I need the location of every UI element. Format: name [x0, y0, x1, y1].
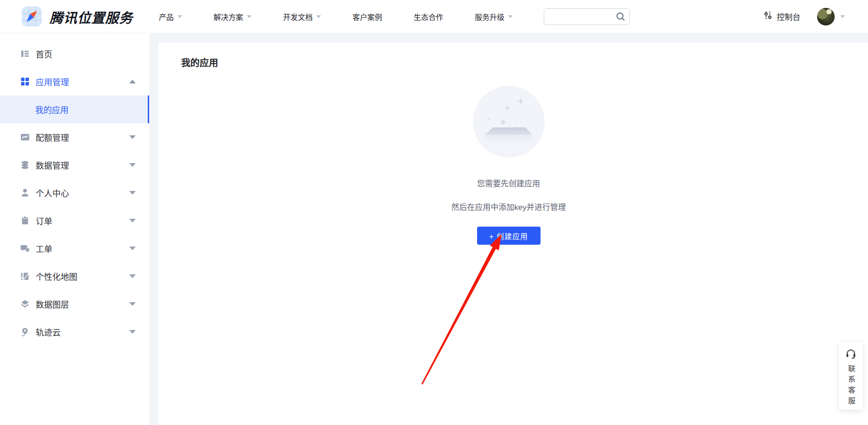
sidebar-item-personal[interactable]: 个人中心	[0, 179, 149, 207]
empty-box-illustration: +	[473, 86, 545, 158]
database-icon	[20, 160, 30, 170]
chevron-down-icon	[129, 191, 136, 195]
empty-state: + 您需要先创建应用 然后在应用中添加key并进行管理 + 创建应用	[411, 86, 606, 245]
nav-item-label: 客户案例	[352, 11, 382, 22]
empty-hint-line1: 您需要先创建应用	[411, 177, 606, 189]
nav-item-cases[interactable]: 客户案例	[352, 11, 382, 22]
sidebar-item-label: 订单	[36, 215, 52, 227]
brand-title: 腾讯位置服务	[50, 7, 133, 26]
header-search	[544, 8, 630, 25]
chevron-down-icon	[129, 163, 136, 167]
chevron-down-icon	[247, 15, 252, 18]
custom-map-icon	[20, 272, 30, 281]
nav-item-label: 开发文档	[283, 11, 313, 22]
sidebar-item-label: 数据图层	[36, 298, 69, 310]
nav-item-label: 生态合作	[414, 11, 443, 22]
headset-icon	[845, 348, 856, 361]
sidebar-item-label: 轨迹云	[36, 326, 61, 338]
nav-item-products[interactable]: 产品	[159, 11, 182, 22]
clipboard-icon	[20, 216, 30, 225]
home-list-icon	[20, 49, 30, 58]
sidebar-item-track-cloud[interactable]: 轨迹云	[0, 318, 149, 346]
sidebar-item-app-manage[interactable]: 应用管理	[0, 68, 149, 95]
console-label: 控制台	[777, 11, 800, 22]
nav-item-docs[interactable]: 开发文档	[283, 11, 321, 22]
sidebar-item-label: 个性化地图	[36, 270, 77, 282]
sidebar-item-label: 应用管理	[36, 76, 69, 88]
content-card: 我的应用 + 您需要先创建应用 然后在应用中添加key并进行管理 + 创建应用	[158, 43, 868, 425]
sidebar-item-data-layers[interactable]: 数据图层	[0, 290, 149, 318]
sidebar-item-custom-map[interactable]: 个性化地图	[0, 262, 149, 290]
sidebar-item-label: 配额管理	[36, 131, 69, 143]
track-pin-icon	[20, 327, 30, 336]
contact-support-label: 联系客服	[845, 365, 856, 407]
chevron-down-icon	[129, 274, 136, 278]
sidebar-item-tickets[interactable]: 工单	[0, 235, 149, 262]
brand-logo-icon	[21, 6, 42, 27]
chart-icon	[20, 133, 30, 142]
chevron-down-icon	[129, 219, 136, 222]
contact-support-widget[interactable]: 联系客服	[839, 342, 863, 410]
sidebar-nav: 首页应用管理我的应用配额管理数据管理个人中心订单工单个性化地图数据图层轨迹云	[0, 33, 149, 425]
nav-item-label: 服务升级	[475, 11, 504, 22]
nav-item-label: 产品	[159, 11, 174, 22]
chevron-down-icon	[316, 15, 321, 18]
search-icon[interactable]	[616, 12, 626, 24]
chevron-down-icon	[129, 247, 136, 250]
chevron-down-icon	[129, 135, 136, 139]
nav-item-ecosystem[interactable]: 生态合作	[414, 11, 443, 22]
user-icon	[20, 188, 30, 197]
sidebar-item-label: 数据管理	[36, 159, 69, 171]
top-navbar: 腾讯位置服务 产品解决方案开发文档客户案例生态合作服务升级 控制台	[0, 0, 868, 33]
chevron-down-icon[interactable]	[840, 15, 845, 18]
nav-item-label: 解决方案	[214, 11, 243, 22]
sidebar-item-orders[interactable]: 订单	[0, 207, 149, 235]
chevron-down-icon	[129, 330, 136, 334]
user-avatar[interactable]	[817, 8, 835, 25]
sidebar-item-label: 个人中心	[36, 187, 69, 199]
nav-item-upgrade[interactable]: 服务升级	[475, 11, 513, 22]
sidebar-item-label: 工单	[36, 242, 52, 254]
sliders-icon	[763, 11, 773, 23]
chat-icon	[20, 244, 30, 253]
create-app-button[interactable]: + 创建应用	[477, 227, 541, 245]
sidebar-item-label: 首页	[36, 48, 52, 60]
chevron-down-icon	[177, 15, 182, 18]
page-title: 我的应用	[158, 43, 868, 69]
nav-item-solutions[interactable]: 解决方案	[214, 11, 252, 22]
sidebar-item-my-apps[interactable]: 我的应用	[0, 95, 149, 123]
sidebar-item-data-manage[interactable]: 数据管理	[0, 151, 149, 179]
layers-icon	[20, 299, 30, 309]
empty-hint-line2: 然后在应用中添加key并进行管理	[411, 201, 606, 212]
main-area: 我的应用 + 您需要先创建应用 然后在应用中添加key并进行管理 + 创建应用	[149, 33, 868, 425]
sidebar-item-home[interactable]: 首页	[0, 40, 149, 68]
console-link[interactable]: 控制台	[763, 11, 800, 23]
chevron-down-icon	[508, 15, 513, 18]
plus-sparkle-icon: +	[517, 98, 524, 105]
top-nav-menu: 产品解决方案开发文档客户案例生态合作服务升级	[159, 11, 513, 22]
sidebar-item-quota[interactable]: 配额管理	[0, 123, 149, 151]
chevron-up-icon	[129, 80, 136, 83]
grid-icon	[20, 77, 30, 86]
chevron-down-icon	[129, 302, 136, 306]
sidebar-item-label: 我的应用	[35, 103, 69, 115]
